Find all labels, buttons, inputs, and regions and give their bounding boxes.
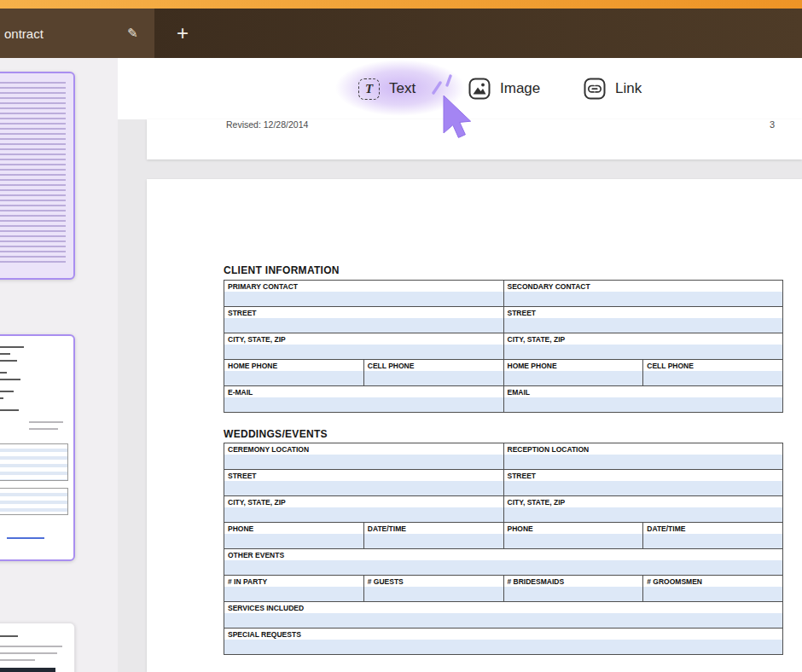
form-field-label: SECONDARY CONTACT [504,281,783,292]
form-field-label: HOME PHONE [504,360,643,371]
thumbnail-line [29,428,58,430]
form-field-input-area[interactable] [364,371,503,385]
form-field-label: CITY, STATE, ZIP [504,496,783,507]
form-field-cell[interactable]: STREET [224,470,504,496]
thumbnail-line [29,421,63,423]
new-tab-button[interactable]: + [171,9,195,58]
form-field-input-area[interactable] [224,613,782,628]
form-table-row: STREETSTREET [224,470,783,496]
form-field-input-area[interactable] [224,292,503,306]
form-table-row: SPECIAL REQUESTS [224,629,783,655]
form-field-input-area[interactable] [224,534,363,548]
form-field-cell[interactable]: OTHER EVENTS [224,549,783,576]
form-field-label: RECEPTION LOCATION [504,443,783,455]
form-field-cell[interactable]: # GROOMSMEN [643,576,783,602]
form-field-cell[interactable]: EMAIL [504,386,784,413]
form-field-cell[interactable]: CITY, STATE, ZIP [504,333,784,360]
link-tool-button[interactable]: Link [584,58,642,119]
form-field-input-area[interactable] [224,560,782,575]
thumbnail-link-line [7,537,44,539]
form-field-cell[interactable]: CELL PHONE [364,360,504,386]
form-table-row: CITY, STATE, ZIPCITY, STATE, ZIP [224,496,783,523]
form-field-cell[interactable]: HOME PHONE [224,360,364,386]
form-field-input-area[interactable] [504,534,643,548]
image-tool-button[interactable]: Image [468,58,540,119]
form-field-label: PRIMARY CONTACT [224,281,503,292]
form-field-label: DATE/TIME [643,523,782,534]
form-field-input-area[interactable] [504,397,783,412]
form-field-cell[interactable]: STREET [224,307,504,333]
form-field-cell[interactable]: CELL PHONE [643,360,783,386]
form-field-input-area[interactable] [504,371,643,385]
form-table-row: HOME PHONECELL PHONEHOME PHONECELL PHONE [224,360,783,386]
form-table-row: E-MAILEMAIL [224,386,783,413]
form-field-input-area[interactable] [364,587,503,601]
form-field-input-area[interactable] [224,345,503,359]
page-thumbnail-2[interactable] [0,334,75,561]
form-field-input-area[interactable] [224,397,503,412]
form-field-cell[interactable]: SECONDARY CONTACT [504,281,784,307]
page-thumbnail-3[interactable] [0,623,75,672]
form-field-input-area[interactable] [643,534,782,548]
form-field-label: PHONE [504,523,643,534]
form-field-label: CITY, STATE, ZIP [504,333,783,345]
form-field-cell[interactable]: DATE/TIME [643,523,783,549]
form-field-input-area[interactable] [224,318,503,333]
tab-title: ontract [4,26,44,41]
form-field-input-area[interactable] [224,455,503,469]
thumbnail-line [0,409,19,411]
window-top-accent-bar [0,0,802,9]
form-field-cell[interactable]: RECEPTION LOCATION [504,443,784,470]
form-field-input-area[interactable] [504,481,783,495]
form-field-cell[interactable]: PRIMARY CONTACT [224,281,504,307]
form-field-cell[interactable]: # BRIDESMAIDS [504,576,644,602]
form-field-input-area[interactable] [224,640,782,654]
thumbnail-line [0,635,18,637]
form-field-input-area[interactable] [504,587,643,601]
form-field-cell[interactable]: HOME PHONE [504,360,644,386]
form-field-cell[interactable]: CITY, STATE, ZIP [224,496,504,523]
form-field-input-area[interactable] [504,455,783,469]
form-field-cell[interactable]: SPECIAL REQUESTS [224,629,783,655]
form-field-cell[interactable]: PHONE [504,523,644,549]
thumbnail-table [0,443,68,481]
form-field-input-area[interactable] [504,345,783,359]
form-field-input-area[interactable] [504,318,783,333]
form-field-label: STREET [504,307,783,318]
form-field-cell[interactable]: CITY, STATE, ZIP [504,496,784,523]
form-field-cell[interactable]: DATE/TIME [364,523,504,549]
form-field-input-area[interactable] [224,371,363,385]
form-field-cell[interactable]: E-MAIL [224,386,504,413]
form-field-input-area[interactable] [224,481,503,495]
form-field-input-area[interactable] [643,371,782,385]
form-field-label: EMAIL [504,386,783,397]
form-field-label: # IN PARTY [224,576,363,587]
form-field-cell[interactable]: CITY, STATE, ZIP [224,333,504,360]
form-field-input-area[interactable] [504,292,783,306]
form-field-input-area[interactable] [224,587,363,601]
thumbnail-line [0,372,7,374]
form-field-input-area[interactable] [364,534,503,548]
client-information-table: PRIMARY CONTACTSECONDARY CONTACTSTREETST… [224,280,783,413]
form-field-cell[interactable]: # IN PARTY [224,576,364,602]
form-field-input-area[interactable] [224,507,503,522]
form-field-cell[interactable]: STREET [504,307,784,333]
edit-pencil-icon[interactable]: ✎ [127,9,138,58]
thumbnail-line [0,646,62,647]
form-table-row: OTHER EVENTS [224,549,783,576]
page-thumbnail-1[interactable] [0,72,75,280]
form-field-input-area[interactable] [643,587,782,601]
form-field-cell[interactable]: # GUESTS [364,576,504,602]
form-field-cell[interactable]: CEREMONY LOCATION [224,443,504,470]
text-tool-button[interactable]: T Text [358,58,416,119]
form-field-cell[interactable]: STREET [504,470,784,496]
text-tool-label: Text [389,80,416,97]
form-table-row: STREETSTREET [224,307,783,333]
document-area: T Text Image Link [118,58,802,672]
thumbnail-sidebar [0,58,119,672]
thumbnail-line [0,397,3,399]
form-field-cell[interactable]: PHONE [224,523,364,549]
form-field-input-area[interactable] [504,507,783,522]
form-field-label: OTHER EVENTS [224,549,782,560]
form-field-cell[interactable]: SERVICES INCLUDED [224,602,783,629]
